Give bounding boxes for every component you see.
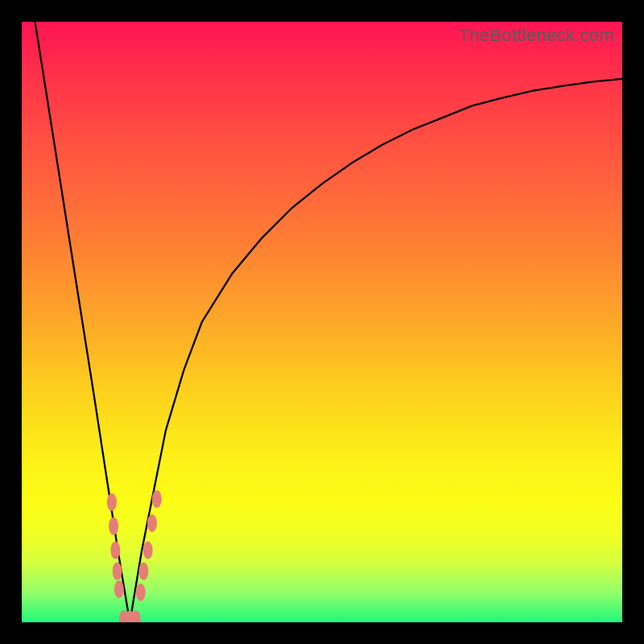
chart-frame: TheBottleneck.com [0, 0, 644, 644]
data-marker [138, 563, 148, 580]
data-marker [109, 518, 118, 535]
data-marker [143, 542, 153, 559]
data-marker [107, 493, 117, 511]
data-marker [110, 542, 120, 559]
data-marker [147, 514, 157, 532]
data-marker [114, 580, 124, 598]
data-marker [136, 584, 146, 601]
chart-svg [22, 22, 622, 622]
marker-group [107, 490, 162, 622]
data-marker [113, 563, 122, 580]
plot-area: TheBottleneck.com [22, 22, 622, 622]
data-marker [152, 490, 162, 508]
